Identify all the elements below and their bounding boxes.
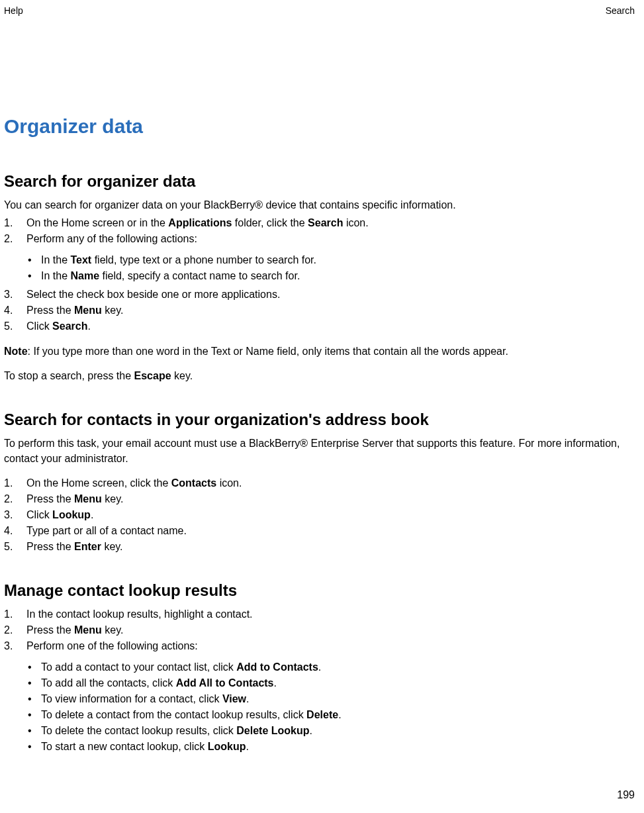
list-item: 1.On the Home screen or in the Applicati… — [4, 215, 635, 231]
ordered-list: 1.On the Home screen or in the Applicati… — [4, 215, 635, 247]
text: Press the — [26, 624, 74, 636]
text: To add all the contacts, click — [41, 677, 176, 689]
list-number: 3. — [4, 507, 17, 523]
text: Perform any of the following actions: — [26, 233, 197, 244]
text: field, type text or a phone number to se… — [91, 254, 316, 265]
bold-text: Delete — [306, 709, 338, 720]
intro-text: You can search for organizer data on you… — [4, 197, 635, 213]
text: Click — [26, 509, 52, 520]
list-item: To delete a contact from the contact loo… — [4, 707, 635, 723]
text: key. — [171, 370, 193, 381]
text: key. — [102, 624, 124, 636]
text: . — [246, 693, 249, 704]
text: To stop a search, press the — [4, 370, 134, 381]
list-item: 4.Press the Menu key. — [4, 303, 635, 318]
bold-text: Search — [308, 217, 343, 228]
list-item: 5.Click Search. — [4, 318, 635, 334]
bold-text: Menu — [74, 493, 102, 504]
list-item: In the Text field, type text or a phone … — [4, 252, 635, 268]
list-item: To add all the contacts, click Add All t… — [4, 675, 635, 691]
header-left: Help — [4, 5, 23, 16]
list-item: 3.Click Lookup. — [4, 507, 635, 523]
list-number: 5. — [4, 539, 17, 555]
body-text: To stop a search, press the Escape key. — [4, 368, 635, 383]
list-number: 2. — [4, 231, 17, 247]
list-item: To view information for a contact, click… — [4, 691, 635, 707]
bold-text: Lookup — [52, 509, 91, 520]
ordered-list: 1.On the Home screen, click the Contacts… — [4, 475, 635, 555]
text: Press the — [26, 493, 74, 504]
text: Click — [26, 320, 52, 332]
bold-text: Note — [4, 346, 28, 357]
bold-text: Delete Lookup — [236, 725, 309, 736]
list-item: To add a contact to your contact list, c… — [4, 659, 635, 675]
bold-text: Text — [70, 254, 91, 265]
text: Perform one of the following actions: — [26, 640, 198, 651]
ordered-list: 1.In the contact lookup results, highlig… — [4, 606, 635, 654]
list-item: 4.Type part or all of a contact name. — [4, 523, 635, 539]
list-item: 1.In the contact lookup results, highlig… — [4, 606, 635, 622]
list-item: 5.Press the Enter key. — [4, 539, 635, 555]
ordered-list: 3.Select the check box beside one or mor… — [4, 287, 635, 334]
list-item: 1.On the Home screen, click the Contacts… — [4, 475, 635, 491]
text: To start a new contact lookup, click — [41, 741, 208, 752]
text: To add a contact to your contact list, c… — [41, 661, 236, 673]
text: . — [318, 661, 321, 673]
text: key. — [102, 493, 124, 504]
text: Type part or all of a contact name. — [26, 525, 187, 536]
bold-text: Search — [52, 320, 87, 332]
text: To delete a contact from the contact loo… — [41, 709, 306, 720]
list-number: 5. — [4, 318, 17, 334]
text: In the — [41, 254, 70, 265]
text: On the Home screen or in the — [26, 217, 168, 228]
list-item: To start a new contact lookup, click Loo… — [4, 739, 635, 755]
text: icon. — [343, 217, 368, 228]
list-item: To delete the contact lookup results, cl… — [4, 723, 635, 739]
list-number: 3. — [4, 638, 17, 654]
bold-text: Contacts — [171, 477, 216, 489]
list-item: 2.Perform any of the following actions: — [4, 231, 635, 247]
list-item: 2.Press the Menu key. — [4, 622, 635, 638]
section-heading: Search for contacts in your organization… — [4, 410, 635, 429]
bold-text: Enter — [74, 541, 101, 552]
text: . — [91, 509, 93, 520]
list-number: 4. — [4, 523, 17, 539]
bullet-list: To add a contact to your contact list, c… — [4, 659, 635, 755]
bold-text: Menu — [74, 624, 102, 636]
list-number: 2. — [4, 491, 17, 507]
text: . — [310, 725, 312, 736]
list-item: 2.Press the Menu key. — [4, 491, 635, 507]
page-number: 199 — [617, 789, 635, 801]
bold-text: Escape — [134, 370, 171, 381]
text: : If you type more than one word in the … — [28, 346, 508, 357]
bold-text: Name — [70, 270, 99, 281]
text: . — [87, 320, 90, 332]
text: To view information for a contact, click — [41, 693, 222, 704]
list-number: 1. — [4, 606, 17, 622]
text: key. — [101, 541, 123, 552]
list-number: 2. — [4, 622, 17, 638]
list-number: 1. — [4, 215, 17, 231]
text: key. — [102, 305, 124, 316]
text: Select the check box beside one or more … — [26, 289, 280, 300]
list-number: 3. — [4, 287, 17, 303]
text: To delete the contact lookup results, cl… — [41, 725, 236, 736]
section-heading: Search for organizer data — [4, 172, 635, 191]
page-title: Organizer data — [4, 115, 635, 138]
page-header: Help Search — [4, 5, 635, 16]
bold-text: Add to Contacts — [236, 661, 318, 673]
text: . — [338, 709, 341, 720]
list-item: 3.Select the check box beside one or mor… — [4, 287, 635, 303]
text: Press the — [26, 541, 74, 552]
text: . — [246, 741, 248, 752]
text: Press the — [26, 305, 74, 316]
bullet-list: In the Text field, type text or a phone … — [4, 252, 635, 284]
text: field, specify a contact name to search … — [99, 270, 300, 281]
list-number: 1. — [4, 475, 17, 491]
intro-text: To perform this task, your email account… — [4, 436, 635, 466]
list-number: 4. — [4, 303, 17, 318]
bold-text: Lookup — [208, 741, 246, 752]
text: icon. — [216, 477, 242, 489]
bold-text: Applications — [168, 217, 232, 228]
header-right: Search — [606, 5, 635, 16]
